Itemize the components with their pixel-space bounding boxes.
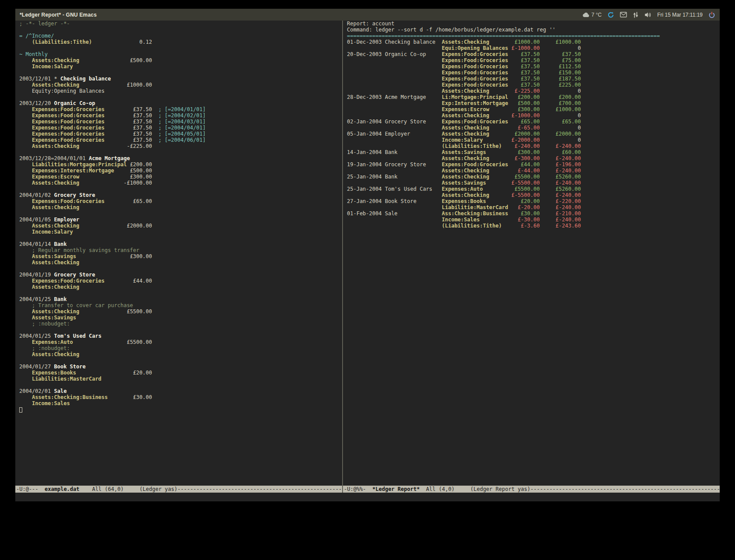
buffer-line[interactable]: Report: account	[347, 21, 720, 27]
buffer-line[interactable]: Expenses:Food:Groceries £65.00	[19, 198, 342, 204]
buffer-line[interactable]: ~ Monthly	[19, 51, 342, 57]
buffer-line[interactable]: Expenses:Escrow £300.00	[19, 174, 342, 180]
buffer-line[interactable]: Assets:Checking	[19, 351, 342, 357]
buffer-line[interactable]	[19, 406, 342, 413]
buffer-line[interactable]: ; :nobudget:	[19, 321, 342, 327]
buffer-line[interactable]: 05-Jan-2004 Employer Assets:Checking £20…	[347, 131, 720, 137]
buffer-line[interactable]: 2004/01/25 Bank	[19, 296, 342, 302]
buffer-line[interactable]: 2003/12/20 Organic Co-op	[19, 100, 342, 106]
buffer-line[interactable]: = /^Income/	[19, 33, 342, 39]
buffer-line[interactable]: Expenses:Escrow £300.00 £1000.00	[347, 106, 720, 112]
buffer-line[interactable]: Exp:Interest:Mortgage £500.00 £700.00	[347, 100, 720, 106]
buffer-line[interactable]: 2004/01/25 Tom's Used Cars	[19, 333, 342, 339]
volume-icon[interactable]	[644, 11, 651, 18]
buffer-line[interactable]: Income:Sales	[19, 400, 342, 406]
buffer-line[interactable]: 2004/02/01 Sale	[19, 388, 342, 394]
buffer-line[interactable]: Expenses:Food:Groceries £37.50 ; [=2004/…	[19, 112, 342, 119]
buffer-line[interactable]: Expenses:Interest:Mortgage £500.00	[19, 168, 342, 174]
buffer-line[interactable]: (Liabilities:Tithe) £-240.00 £-240.00	[347, 143, 720, 149]
buffer-line[interactable]: Assets:Checking	[19, 204, 342, 210]
buffer-line[interactable]: Expens:Food:Groceries £37.50 £187.50	[347, 76, 720, 82]
buffer-line[interactable]: 2004/01/14 Bank	[19, 241, 342, 247]
buffer-line[interactable]: Assets:Checking	[19, 259, 342, 266]
buffer-line[interactable]: Expenses:Auto £5500.00	[19, 339, 342, 345]
buffer-line[interactable]: Expenses:Food:Groceries £37.50 ; [=2004/…	[19, 125, 342, 131]
buffer-line[interactable]	[19, 235, 342, 241]
buffer-line[interactable]	[19, 45, 342, 51]
buffer-line[interactable]: Assets:Checking £2000.00	[19, 223, 342, 229]
left-modeline[interactable]: -U:@--- example.dat All (64,0) (Ledger y…	[15, 486, 342, 493]
network-arrows-icon[interactable]	[633, 11, 639, 18]
buffer-line[interactable]: 25-Jan-2004 Tom's Used Cars Expenses:Aut…	[347, 186, 720, 192]
buffer-line[interactable]: ========================================…	[347, 33, 720, 39]
refresh-icon[interactable]	[607, 11, 614, 18]
buffer-line[interactable]: Command: ledger --sort d -f /home/borbus…	[347, 27, 720, 33]
buffer-line[interactable]: ; -*- ledger -*-	[19, 21, 342, 27]
buffer-line[interactable]: Assets:Checking £-65.00 0	[347, 125, 720, 131]
titlebar[interactable]: *Ledger Report* - GNU Emacs 7 °C	[15, 9, 720, 21]
buffer-line[interactable]: ; Transfer to cover car purchase	[19, 302, 342, 308]
mail-icon[interactable]	[620, 12, 627, 18]
buffer-line[interactable]: Liabilitie:MasterCard £-20.00 £-240.00	[347, 204, 720, 210]
buffer-line[interactable]: Assets:Checking £1000.00	[19, 82, 342, 88]
buffer-line[interactable]: 01-Dec-2003 Checking balance Assets:Chec…	[347, 39, 720, 45]
buffer-line[interactable]: ; Regular monthly savings transfer	[19, 247, 342, 253]
buffer-line[interactable]: 2003/12/01 * Checking balance	[19, 76, 342, 82]
buffer-line[interactable]: Income:Salary	[19, 63, 342, 70]
buffer-line[interactable]	[19, 210, 342, 217]
buffer-line[interactable]: 2004/01/02 Grocery Store	[19, 192, 342, 198]
buffer-line[interactable]: 2004/01/27 Book Store	[19, 364, 342, 370]
buffer-line[interactable]: Expenses:Food:Groceries £37.50 ; [=2004/…	[19, 137, 342, 143]
echo-area[interactable]	[15, 493, 720, 501]
buffer-line[interactable]: 20-Dec-2003 Organic Co-op Expens:Food:Gr…	[347, 51, 720, 57]
buffer-line[interactable]: (Liabilities:Tithe) 0.12	[19, 39, 342, 45]
buffer-line[interactable]: Assets:Checking	[19, 284, 342, 290]
buffer-line[interactable]: Liabilities:MasterCard	[19, 376, 342, 382]
buffer-line[interactable]: 01-Feb-2004 Sale Ass:Checking:Business £…	[347, 210, 720, 217]
buffer-line[interactable]	[19, 327, 342, 333]
ledger-report-buffer[interactable]: Report: accountCommand: ledger --sort d …	[343, 21, 720, 486]
buffer-line[interactable]: Expens:Food:Groceries £37.50 £150.00	[347, 70, 720, 76]
clock[interactable]: Fri 15 Mar 17:11:19	[657, 12, 703, 18]
buffer-line[interactable]	[19, 382, 342, 388]
buffer-line[interactable]: Expenses:Food:Groceries £44.00	[19, 278, 342, 284]
ledger-file-buffer[interactable]: ; -*- ledger -*-= /^Income/ (Liabilities…	[15, 21, 342, 486]
buffer-line[interactable]: Expens:Food:Groceries £37.50 £75.00	[347, 57, 720, 63]
buffer-line[interactable]	[19, 27, 342, 33]
buffer-line[interactable]: Expens:Food:Groceries £37.50 £112.50	[347, 63, 720, 70]
buffer-line[interactable]: 27-Jan-2004 Book Store Expenses:Books £2…	[347, 198, 720, 204]
buffer-line[interactable]: Equi:Opening Balances £-1000.00 0	[347, 45, 720, 51]
buffer-line[interactable]: Assets:Checking -£1000.00	[19, 180, 342, 186]
buffer-line[interactable]: Expenses:Food:Groceries £37.50 ; [=2004/…	[19, 131, 342, 137]
buffer-line[interactable]	[19, 149, 342, 155]
buffer-line[interactable]: (Liabilities:Tithe) £-3.60 £-243.60	[347, 223, 720, 229]
buffer-line[interactable]	[19, 70, 342, 76]
buffer-line[interactable]: 25-Jan-2004 Bank Assets:Checking £5500.0…	[347, 174, 720, 180]
buffer-line[interactable]: Assets:Checking £-300.00 £-240.00	[347, 155, 720, 161]
buffer-line[interactable]: Assets:Checking £5500.00	[19, 308, 342, 315]
power-icon[interactable]	[708, 11, 715, 18]
right-modeline[interactable]: -U:@%%- *Ledger Report* All (4,0) (Ledge…	[343, 486, 720, 493]
buffer-line[interactable]: 14-Jan-2004 Bank Assets:Savings £300.00 …	[347, 149, 720, 155]
buffer-line[interactable]: Expenses:Food:Groceries £37.50 ; [=2004/…	[19, 119, 342, 125]
buffer-line[interactable]: Assets:Checking £-1000.00 0	[347, 112, 720, 119]
buffer-line[interactable]: Assets:Checking -£225.00	[19, 143, 342, 149]
buffer-line[interactable]	[19, 94, 342, 100]
buffer-line[interactable]: Income:Salary	[19, 229, 342, 235]
buffer-line[interactable]	[19, 290, 342, 296]
buffer-line[interactable]	[19, 357, 342, 364]
buffer-line[interactable]: Assets:Checking £-5500.00 £-240.00	[347, 192, 720, 198]
buffer-line[interactable]: 28-Dec-2003 Acme Mortgage Li:Mortgage:Pr…	[347, 94, 720, 100]
buffer-line[interactable]: 2004/01/19 Grocery Store	[19, 272, 342, 278]
buffer-line[interactable]: Expenses:Books £20.00	[19, 370, 342, 376]
weather-indicator[interactable]: 7 °C	[582, 12, 602, 18]
buffer-line[interactable]: Income:Salary £-2000.00 0	[347, 137, 720, 143]
buffer-line[interactable]: Assets:Savings £300.00	[19, 253, 342, 259]
buffer-line[interactable]: Expenses:Food:Groceries £37.50 ; [=2004/…	[19, 106, 342, 112]
buffer-line[interactable]: 2004/01/05 Employer	[19, 217, 342, 223]
buffer-line[interactable]: Equity:Opening Balances	[19, 88, 342, 94]
buffer-line[interactable]: 2003/12/28=2004/01/01 Acme Mortgage	[19, 155, 342, 161]
buffer-line[interactable]: Assets:Savings	[19, 315, 342, 321]
buffer-line[interactable]: Income:Sales £-30.00 £-240.00	[347, 217, 720, 223]
buffer-line[interactable]: Assets:Checking £-44.00 £-240.00	[347, 168, 720, 174]
